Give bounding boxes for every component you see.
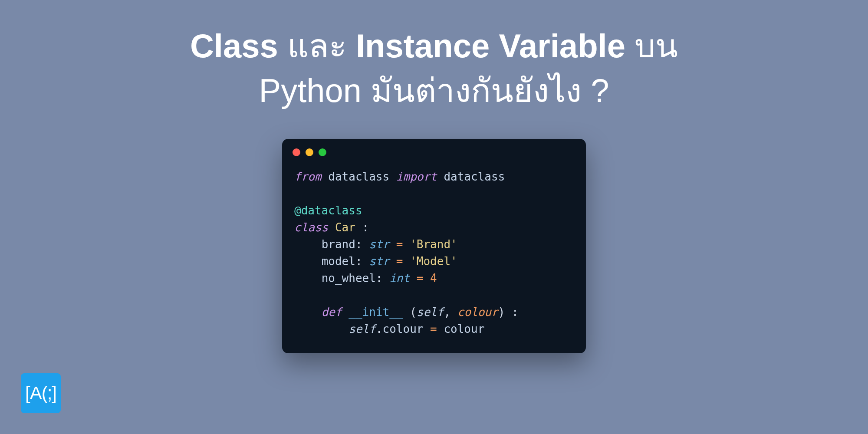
decorator: @dataclass (294, 204, 362, 217)
attr-wheel: no_wheel (322, 272, 376, 285)
paren-close: ) : (498, 306, 519, 319)
type-int: int (389, 272, 410, 285)
eq-4: = (423, 322, 444, 335)
type-str-1: str (369, 238, 389, 251)
close-icon (293, 148, 300, 156)
brand-logo: [A(;] (21, 373, 61, 413)
colon-1: : (355, 221, 369, 234)
param-colour: colour (457, 306, 498, 319)
maximize-icon (319, 148, 326, 156)
colon-3: : (355, 255, 362, 268)
str-model: 'Model' (410, 255, 457, 268)
title-bold-2: Instance Variable (356, 27, 625, 64)
class-name: Car (335, 221, 355, 234)
num-4: 4 (430, 272, 437, 285)
title-line-2: Python มันต่างกันยังไง ? (259, 72, 609, 109)
paren-open: ( (403, 306, 416, 319)
eq-2: = (396, 255, 403, 268)
colon-4: : (376, 272, 383, 285)
colon-2: : (355, 238, 362, 251)
logo-text: [A(;] (25, 383, 56, 404)
title-text-2: บน (625, 27, 678, 64)
kw-import: import (396, 170, 437, 183)
comma-1: , (444, 306, 457, 319)
window-titlebar (282, 139, 586, 161)
self-1: self (417, 306, 444, 319)
eq-1: = (396, 238, 403, 251)
kw-from: from (294, 170, 322, 183)
minimize-icon (306, 148, 313, 156)
str-brand: 'Brand' (410, 238, 457, 251)
attr-colour: colour (383, 322, 424, 335)
title-text-1: และ (278, 27, 356, 64)
attr-model: model (322, 255, 355, 268)
attr-brand: brand (322, 238, 355, 251)
kw-class: class (294, 221, 328, 234)
eq-3: = (417, 272, 424, 285)
val-colour: colour (444, 322, 484, 335)
module-1: dataclass (328, 170, 389, 183)
fn-init: __init__ (349, 306, 403, 319)
page-title: Class และ Instance Variable บน Python มั… (0, 0, 868, 113)
code-block: from dataclass import dataclass @datacla… (282, 161, 586, 353)
kw-def: def (322, 306, 342, 319)
dot-1: . (376, 322, 383, 335)
code-window: from dataclass import dataclass @datacla… (282, 139, 586, 353)
self-2: self (349, 322, 376, 335)
type-str-2: str (369, 255, 389, 268)
title-bold-1: Class (190, 27, 278, 64)
module-2: dataclass (444, 170, 505, 183)
